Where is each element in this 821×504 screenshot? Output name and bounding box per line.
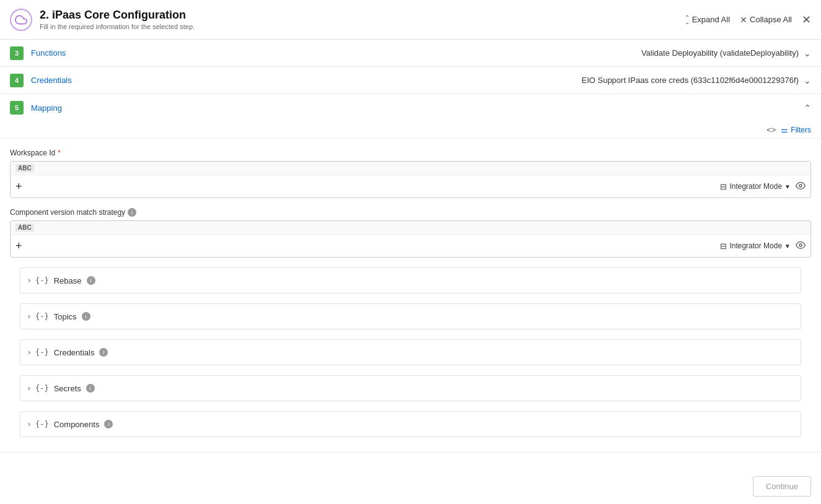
close-button[interactable]: ✕ [802,13,811,27]
credentials-item-info-icon[interactable]: i [99,348,108,357]
component-version-input-top: ABC [11,221,810,235]
header: 2. iPaas Core Configuration Fill in the … [0,0,821,40]
component-version-info-icon[interactable]: i [128,208,136,217]
section-number-3: 3 [10,46,24,60]
code-view-button[interactable]: <> [766,125,776,134]
x-icon: ✕ [802,13,811,27]
filter-icon: ⚌ [781,125,788,134]
functions-section-row[interactable]: 3 Functions Validate Deployability (vali… [0,40,821,67]
topics-bracket-icon: {-} [35,312,49,321]
component-version-visibility-button[interactable] [796,240,806,252]
workspace-id-input-bottom: + ⊟ Integrator Mode ▼ [11,175,810,198]
credentials-section-row[interactable]: 4 Credentials EIO Support IPaas core cre… [0,67,821,94]
credentials-chevron-icon: ⌄ [804,76,811,85]
expand-arrows-icon: ⌃ ⌄ [685,15,690,24]
topics-section: › {-} Topics i [20,303,801,329]
continue-button[interactable]: Continue [753,476,811,497]
svg-point-1 [799,244,802,246]
secrets-section: › {-} Secrets i [20,375,801,401]
component-version-input-box: ABC + ⊟ Integrator Mode ▼ [10,220,811,258]
component-version-input-bottom: + ⊟ Integrator Mode ▼ [11,235,810,257]
topics-header[interactable]: › {-} Topics i [20,304,801,329]
components-info-icon[interactable]: i [104,420,113,428]
mapping-label: Mapping [31,103,804,113]
components-label: Components [54,420,100,429]
rebase-label: Rebase [54,276,82,285]
credentials-value: EIO Support IPaas core creds (633c1102f6… [581,76,799,85]
dropdown-arrow-icon: ▼ [784,183,791,190]
dropdown-arrow-icon-2: ▼ [784,243,791,250]
mapping-content: Workspace Id * ABC + ⊟ Integrator Mode [0,149,821,452]
component-version-integrator-mode-button[interactable]: ⊟ Integrator Mode ▼ [720,241,791,251]
workspace-id-input-right: ⊟ Integrator Mode ▼ [720,181,806,193]
mapping-chevron-icon: ⌄ [804,103,811,113]
secrets-header[interactable]: › {-} Secrets i [20,376,801,401]
credentials-item-expand-icon: › [28,348,30,357]
mapping-header-row[interactable]: 5 Mapping ⌄ [0,94,821,121]
section-number-5: 5 [10,101,24,115]
component-version-add-button[interactable]: + [15,240,22,253]
functions-label: Functions [31,48,641,58]
required-star: * [58,149,61,157]
secrets-info-icon[interactable]: i [86,384,95,393]
rebase-header[interactable]: › {-} Rebase i [20,268,801,293]
page-subtitle: Fill in the required information for the… [40,23,195,30]
functions-chevron-icon: ⌄ [804,48,811,58]
section-number-4: 4 [10,74,24,87]
components-expand-icon: › [28,420,30,428]
workspace-id-integrator-mode-button[interactable]: ⊟ Integrator Mode ▼ [720,182,791,191]
footer: Continue [0,469,821,504]
component-version-field-block: Component version match strategy i ABC +… [10,208,811,258]
rebase-bracket-icon: {-} [35,276,49,285]
components-section: › {-} Components i [20,411,801,437]
expand-all-button[interactable]: ⌃ ⌄ Expand All [685,15,730,24]
secrets-expand-icon: › [28,384,30,393]
abc-badge-component-version: ABC [15,224,34,232]
workspace-id-label: Workspace Id * [10,149,811,157]
credentials-item-section: › {-} Credentials i [20,339,801,365]
filters-button[interactable]: ⚌ Filters [781,125,811,134]
mapping-section: 5 Mapping ⌄ <> ⚌ Filters Workspace Id * [0,94,821,453]
workspace-id-field-block: Workspace Id * ABC + ⊟ Integrator Mode [10,149,811,198]
secrets-bracket-icon: {-} [35,384,49,393]
workspace-id-input-top: ABC [11,162,810,175]
secrets-label: Secrets [54,384,81,393]
credentials-item-header[interactable]: › {-} Credentials i [20,340,801,365]
credentials-item-label: Credentials [54,348,95,357]
rebase-expand-icon: › [28,276,30,285]
credentials-label: Credentials [31,76,581,85]
component-version-label: Component version match strategy i [10,208,811,217]
abc-badge-workspace: ABC [15,164,34,172]
header-left: 2. iPaas Core Configuration Fill in the … [10,9,195,31]
collapse-all-button[interactable]: ✕ Collapse All [740,15,792,25]
page-wrapper: 2. iPaas Core Configuration Fill in the … [0,0,821,504]
close-x-icon: ✕ [740,15,747,25]
credentials-item-bracket-icon: {-} [35,348,49,357]
workspace-id-add-button[interactable]: + [15,180,22,193]
header-title-block: 2. iPaas Core Configuration Fill in the … [40,9,195,30]
svg-point-0 [799,185,802,187]
code-icon: <> [766,125,776,134]
list-icon-2: ⊟ [720,241,727,251]
rebase-section: › {-} Rebase i [20,267,801,293]
mapping-toolbar: <> ⚌ Filters [0,121,821,139]
topics-expand-icon: › [28,312,30,321]
topics-info-icon[interactable]: i [82,312,90,321]
ipaas-icon [10,9,32,31]
workspace-id-visibility-button[interactable] [796,181,806,193]
workspace-id-input-box: ABC + ⊟ Integrator Mode ▼ [10,161,811,198]
page-title: 2. iPaas Core Configuration [40,9,195,22]
rebase-info-icon[interactable]: i [87,276,95,285]
topics-label: Topics [54,312,77,321]
list-icon: ⊟ [720,182,727,191]
component-version-input-right: ⊟ Integrator Mode ▼ [720,240,806,252]
header-right: ⌃ ⌄ Expand All ✕ Collapse All ✕ [685,13,811,27]
components-header[interactable]: › {-} Components i [20,412,801,437]
components-bracket-icon: {-} [35,420,49,428]
functions-value: Validate Deployability (validateDeployab… [641,48,799,58]
